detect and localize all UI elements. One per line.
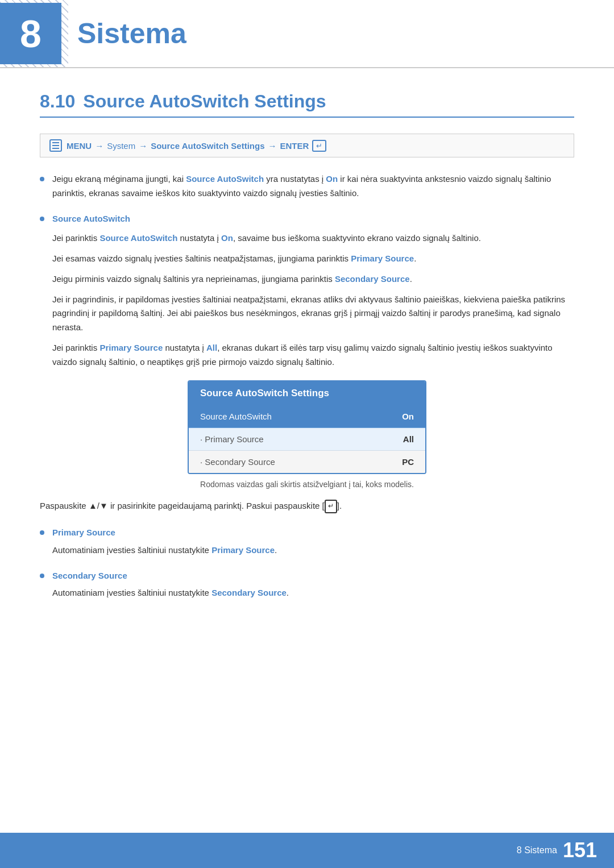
arrow1: → [95, 141, 103, 151]
footer-page-number: 151 [563, 838, 597, 862]
b-primary-source-3: Primary Source [211, 545, 275, 555]
b-secondary-source-1: Secondary Source [335, 274, 410, 284]
arrow2: → [139, 141, 147, 151]
chapter-title: Sistema [77, 17, 186, 50]
menu-enter: ENTER [280, 141, 309, 151]
bullet-content-4: Secondary Source [52, 569, 127, 583]
dialog-row-3[interactable]: · Secondary Source PC [189, 451, 425, 473]
menu-system: System [107, 141, 135, 151]
menu-path: MENU → System → Source AutoSwitch Settin… [40, 134, 574, 157]
dialog-row-2-label: · Primary Source [200, 434, 264, 444]
sub-para-2-3: Jeigu pirminis vaizdo signalų šaltinis y… [52, 272, 574, 286]
dialog-title: Source AutoSwitch Settings [200, 388, 329, 398]
menu-icon [49, 139, 62, 152]
footer-section-label: 8 Sistema [517, 845, 557, 855]
bullet-dot-4 [40, 574, 44, 578]
dialog-note: Rodomas vaizdas gali skirtis atsižvelgia… [40, 480, 574, 489]
dialog-row-1-value: On [402, 412, 414, 421]
b-source-autoswitch-2: Source AutoSwitch [99, 233, 177, 243]
enter-icon-inline: ↵ [325, 500, 337, 513]
dialog-row-3-value: PC [402, 457, 414, 467]
b-primary-source-1: Primary Source [351, 254, 414, 263]
dialog-row-3-label: · Secondary Source [200, 457, 275, 467]
b-secondary-source-2: Secondary Source [211, 588, 287, 597]
sub-section-2: Jei parinktis Source AutoSwitch nustatyt… [52, 231, 574, 369]
bullet-item-2: Source AutoSwitch [40, 212, 574, 226]
bullet-item-1: Jeigu ekraną méginama įjungti, kai Sourc… [40, 172, 574, 201]
sub-para-2-2: Jei esamas vaizdo signalų įvesties šalti… [52, 252, 574, 266]
dialog-row-1-label: Source AutoSwitch [200, 412, 272, 421]
b-primary-source-2: Primary Source [99, 343, 163, 352]
dialog-row-2-value: All [403, 434, 414, 444]
menu-label: MENU [67, 141, 92, 151]
primary-source-heading: Primary Source [52, 528, 115, 537]
nav-instruction: Paspauskite ▲/▼ ir pasirinkite pageidauj… [40, 499, 574, 513]
enter-icon: ↵ [312, 140, 326, 152]
bullet-item-4: Secondary Source [40, 569, 574, 583]
dialog-row-1[interactable]: Source AutoSwitch On [189, 405, 425, 428]
sub-para-2-5: Jei parinktis Primary Source nustatyta į… [52, 341, 574, 369]
b-all: All [206, 343, 217, 352]
sub-para-2-1: Jei parinktis Source AutoSwitch nustatyt… [52, 231, 574, 246]
bullet-content-1: Jeigu ekraną méginama įjungti, kai Sourc… [52, 172, 574, 201]
dialog-row-2[interactable]: · Primary Source All [189, 428, 425, 451]
section-title: Source AutoSwitch Settings [83, 91, 326, 112]
chapter-number: 8 [20, 11, 42, 56]
source-autoswitch-heading: Source AutoSwitch [52, 214, 130, 223]
bullet-item-3: Primary Source [40, 526, 574, 540]
section-number: 8.10 [40, 91, 75, 112]
bullet-dot-2 [40, 217, 44, 221]
primary-source-desc: Automatiniam įvesties šaltiniui nustatyk… [52, 543, 574, 558]
menu-autoswitch: Source AutoSwitch Settings [151, 141, 264, 151]
sub-para-2-4: Jei ir pagrindinis, ir papildomas įvesti… [52, 293, 574, 335]
section-heading: 8.10 Source AutoSwitch Settings [40, 91, 574, 118]
bold-source-autoswitch-1: Source AutoSwitch [186, 174, 264, 184]
settings-dialog: Source AutoSwitch Settings Source AutoSw… [188, 380, 426, 474]
bullet-content-2: Source AutoSwitch [52, 212, 130, 226]
footer: 8 Sistema 151 [0, 833, 614, 868]
secondary-source-desc: Automatiniam įvesties šaltiniui nustatyk… [52, 586, 574, 600]
b-on-2: On [221, 233, 233, 243]
chapter-number-block: 8 [0, 3, 61, 64]
arrow3: → [268, 141, 276, 151]
bold-on: On [326, 174, 338, 184]
dialog-header: Source AutoSwitch Settings [189, 381, 425, 405]
bullet-content-3: Primary Source [52, 526, 115, 540]
secondary-source-heading: Secondary Source [52, 571, 127, 580]
bullet-dot-3 [40, 530, 44, 535]
bullet-dot-1 [40, 177, 44, 181]
